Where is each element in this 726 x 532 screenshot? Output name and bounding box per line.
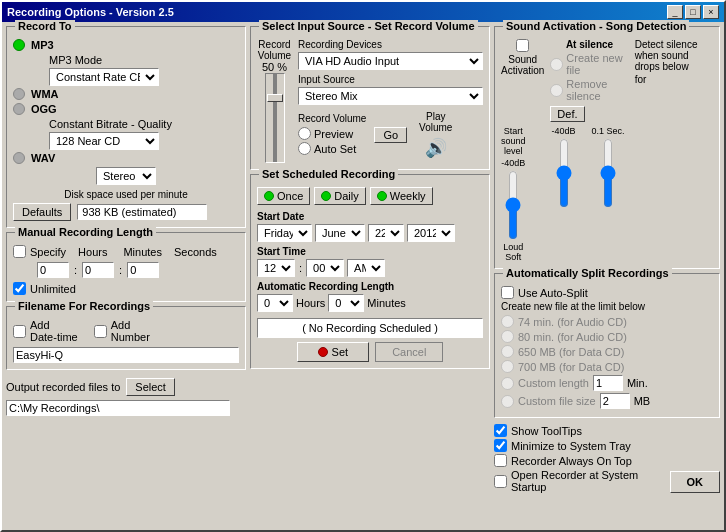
close-button[interactable]: × xyxy=(703,5,719,19)
hour-select[interactable]: 12 xyxy=(257,259,295,277)
record-vol-area: Record Volume Preview Auto Set xyxy=(298,111,483,159)
unlimited-label: Unlimited xyxy=(30,283,76,295)
detect-silence-slider[interactable] xyxy=(557,138,571,208)
always-on-top-row: Recorder Always On Top xyxy=(494,454,670,467)
sound-activation-checkbox[interactable] xyxy=(516,39,529,52)
mp3-led xyxy=(13,39,25,51)
input-source-title: Select Input Source - Set Record Volume xyxy=(259,20,478,32)
split-700-radio[interactable] xyxy=(501,360,514,373)
recording-status-box: ( No Recording Scheduled ) xyxy=(257,318,483,338)
stereo-row: Stereo xyxy=(13,167,239,185)
create-new-file-label: Create new file xyxy=(566,52,628,76)
daily-button[interactable]: Daily xyxy=(314,187,365,205)
soft-label: Soft xyxy=(505,252,521,262)
custom-length-radio[interactable] xyxy=(501,377,514,390)
ogg-label: OGG xyxy=(31,103,61,115)
minimize-tray-label: Minimize to System Tray xyxy=(511,440,631,452)
mode-select[interactable]: Constant Rate CBR xyxy=(49,68,159,86)
always-on-top-checkbox[interactable] xyxy=(494,454,507,467)
select-button[interactable]: Select xyxy=(126,378,175,396)
minute-select[interactable]: 00 xyxy=(306,259,344,277)
hours-spinner[interactable] xyxy=(37,262,69,278)
defaults-row: Defaults 938 KB (estimated) xyxy=(13,203,239,221)
def-button[interactable]: Def. xyxy=(550,106,584,122)
wma-label: WMA xyxy=(31,88,61,100)
stereo-select[interactable]: Stereo xyxy=(96,167,156,185)
once-button[interactable]: Once xyxy=(257,187,310,205)
split-74-radio[interactable] xyxy=(501,315,514,328)
ok-button[interactable]: OK xyxy=(670,471,721,493)
create-new-limit-label: Create new file at the limit below xyxy=(501,301,713,312)
input-source-select[interactable]: Stereo Mix xyxy=(298,87,483,105)
at-silence-label: At silence xyxy=(550,39,628,50)
unlimited-checkbox[interactable] xyxy=(13,282,26,295)
minutes-spinner[interactable] xyxy=(82,262,114,278)
volume-label-area: RecordVolume 50 % xyxy=(257,39,292,163)
custom-length-unit: Min. xyxy=(627,377,648,389)
seconds-spinner[interactable] xyxy=(127,262,159,278)
show-tooltips-row: Show ToolTips xyxy=(494,424,670,437)
auto-hours-select[interactable]: 0 xyxy=(257,294,293,312)
wma-led xyxy=(13,88,25,100)
maximize-button[interactable]: □ xyxy=(685,5,701,19)
wav-led xyxy=(13,152,25,164)
minimize-tray-checkbox[interactable] xyxy=(494,439,507,452)
start-date-label: Start Date xyxy=(257,211,483,222)
seconds-label: Seconds xyxy=(174,246,217,258)
remove-silence-radio[interactable] xyxy=(550,84,563,97)
open-startup-checkbox[interactable] xyxy=(494,475,507,488)
record-volume-label: RecordVolume xyxy=(258,39,291,61)
split-80-radio[interactable] xyxy=(501,330,514,343)
split-74-label: 74 min. (for Audio CD) xyxy=(518,316,627,328)
custom-length-input[interactable] xyxy=(593,375,623,391)
weekly-button[interactable]: Weekly xyxy=(370,187,433,205)
date-select[interactable]: 22 xyxy=(368,224,404,242)
sa-detect-area: Detect silencewhen sounddrops below for xyxy=(635,39,713,122)
use-auto-split-checkbox[interactable] xyxy=(501,286,514,299)
time-slider[interactable] xyxy=(601,138,615,208)
day-select[interactable]: Friday xyxy=(257,224,312,242)
set-button[interactable]: Set xyxy=(297,342,370,362)
use-auto-split-label: Use Auto-Split xyxy=(518,287,588,299)
output-path-input[interactable] xyxy=(6,400,230,416)
defaults-button[interactable]: Defaults xyxy=(13,203,71,221)
year-select[interactable]: 2012 xyxy=(407,224,455,242)
cancel-button[interactable]: Cancel xyxy=(375,342,443,362)
auto-minutes-select[interactable]: 0 xyxy=(328,294,364,312)
go-button[interactable]: Go xyxy=(374,127,407,143)
record-vol-row: Record Volume Preview Auto Set xyxy=(298,111,483,159)
detect-silence-label: Detect silencewhen sounddrops below xyxy=(635,39,713,72)
recording-devices-select[interactable]: VIA HD Audio Input xyxy=(298,52,483,70)
specify-checkbox[interactable] xyxy=(13,245,26,258)
start-sound-slider[interactable] xyxy=(506,170,520,240)
output-label: Output recorded files to xyxy=(6,381,120,393)
action-row: Set Cancel xyxy=(257,342,483,362)
split-option-80: 80 min. (for Audio CD) xyxy=(501,330,713,343)
month-select[interactable]: June xyxy=(315,224,365,242)
quality-select[interactable]: 128 Near CD xyxy=(49,132,159,150)
play-volume-icon: 🔊 xyxy=(425,137,447,159)
create-new-file-radio[interactable] xyxy=(550,58,563,71)
filename-input[interactable] xyxy=(13,347,239,363)
add-number-checkbox[interactable] xyxy=(94,325,107,338)
add-number-label: AddNumber xyxy=(111,319,150,343)
record-to-panel: Record To MP3 MP3 Mode Constant Rate CBR… xyxy=(6,26,246,228)
sa-checkbox-area: SoundActivation xyxy=(501,39,544,122)
volume-area: RecordVolume 50 % Recording Devices VIA … xyxy=(257,39,483,163)
auto-set-radio[interactable] xyxy=(298,142,311,155)
disk-space-label: Disk space used per minute xyxy=(13,189,239,200)
scheduled-recording-panel: Set Scheduled Recording Once Daily Weekl… xyxy=(250,174,490,369)
minimize-button[interactable]: _ xyxy=(667,5,683,19)
custom-file-size-radio[interactable] xyxy=(501,395,514,408)
show-tooltips-checkbox[interactable] xyxy=(494,424,507,437)
time-slider-col: 0.1 Sec. xyxy=(592,126,625,262)
sound-activation-label: SoundActivation xyxy=(501,54,544,76)
add-datetime-checkbox[interactable] xyxy=(13,325,26,338)
open-startup-label: Open Recorder at System Startup xyxy=(511,469,670,493)
split-650-radio[interactable] xyxy=(501,345,514,358)
preview-radio[interactable] xyxy=(298,127,311,140)
slider-thumb[interactable] xyxy=(267,94,283,102)
custom-file-size-input[interactable] xyxy=(600,393,630,409)
ampm-select[interactable]: AM PM xyxy=(347,259,385,277)
mode-select-row: Constant Rate CBR xyxy=(49,68,239,86)
